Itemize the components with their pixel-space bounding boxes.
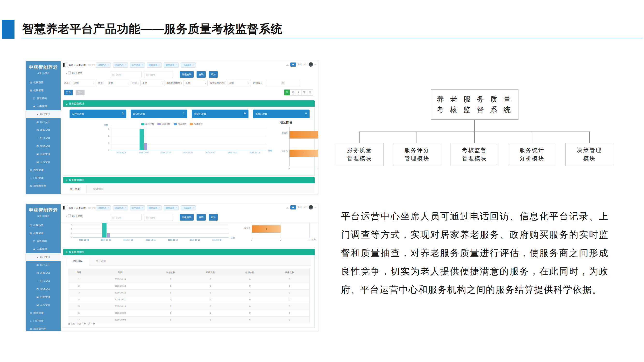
sidebar-item[interactable]: ◩ 报销记录 [26,142,60,150]
sidebar-item[interactable]: ◫ 养老机构 [26,237,60,245]
export-button[interactable]: 导出 [76,90,84,95]
tab-chip[interactable]: 话费信息× [96,62,111,67]
advanced-search-button[interactable]: 高级查询 [180,71,194,78]
department-tree-node[interactable]: ▸部门-总级 [66,71,82,75]
stat-card[interactable]: 发起总次数3 [70,110,126,118]
tree-caret-icon[interactable]: ▸ [66,72,67,74]
sidebar-item[interactable]: ◪ 工作安排 [26,301,60,309]
department-code-input[interactable] [144,214,173,221]
sidebar-item[interactable]: ⌂ 门户管理 [26,317,60,325]
chevron-down-icon[interactable]: ▾ [314,63,316,66]
filter-select-value[interactable]: 全部▾ [184,80,208,86]
summary-button[interactable]: 汇总 [64,90,73,95]
tab-chip[interactable]: 位置信息× [113,205,128,210]
sidebar-item[interactable]: ▤ 机构预警 [26,78,60,86]
department-tree-node[interactable]: ▸部门-总级 [66,214,82,218]
chip-close-icon[interactable]: × [142,207,143,209]
tab-chip[interactable]: 心率监测× [130,205,145,210]
tab-chip[interactable]: 门磁监测× [180,62,196,67]
legend-item[interactable]: 投诉次数 [174,123,186,126]
sidebar-item[interactable]: ▤ 机构预警 [26,221,60,229]
legend-item[interactable]: 发起次数 [141,123,154,126]
period-tab[interactable]: 季 [301,89,307,95]
tree-caret-icon[interactable]: ▸ [66,215,67,217]
avatar[interactable] [308,205,313,209]
advanced-search-button[interactable]: 高级查询 [180,214,194,221]
breadcrumb-item[interactable]: 首页 [68,206,75,210]
period-tab[interactable]: 年 [307,89,313,95]
tab[interactable]: 统计结果 [66,257,89,266]
filter-select[interactable]: 街道：全部▾ [98,80,130,86]
stat-card[interactable]: 投诉总次数0 [192,110,248,118]
sidebar-item[interactable]: ◨ 请假记录 [26,126,60,134]
sidebar-item[interactable]: ◉ 人事管理 [26,245,60,253]
chip-close-icon[interactable]: × [124,64,126,66]
add-button[interactable]: 添加 [209,214,218,221]
tab-chip[interactable]: 门磁监测× [180,205,196,210]
stat-card[interactable]: 报修总次数0 [253,110,310,118]
sidebar-item[interactable]: ◔ 打卡记录 [26,134,60,142]
chip-close-icon[interactable]: × [176,64,177,66]
tab[interactable]: 统计明细 [87,185,110,193]
search-button[interactable]: 查询 [196,71,206,78]
filter-select-value[interactable]: 全部▾ [140,80,164,86]
sidebar-item[interactable]: ◍ 服务商管理 [26,325,60,331]
filter-select[interactable]: 社区：全部▾ [132,80,164,86]
date-range-input[interactable]: 到 [265,80,301,86]
notification-badge[interactable] [290,62,296,67]
sidebar-item[interactable]: ● 部门管理 [26,253,60,261]
sidebar-item[interactable]: ▦ 机构管理 [26,86,60,94]
chip-close-icon[interactable]: × [124,207,126,209]
tab-chip[interactable]: 话费信息× [96,205,111,210]
chip-close-icon[interactable]: × [108,64,109,66]
tab-chip[interactable]: 睡眠监测× [147,62,162,67]
chevron-down-icon[interactable]: ▾ [314,206,316,209]
tab-chip[interactable]: 睡眠监测× [147,205,162,210]
chip-close-icon[interactable]: × [159,64,160,66]
period-tab[interactable]: 周 [290,89,296,95]
breadcrumb-item[interactable]: 首页 [68,63,75,67]
filter-select[interactable]: 服务机构类型：全部▾ [166,80,208,86]
period-tab[interactable]: 月 [296,89,301,95]
sidebar-item[interactable]: ▣ 合同管理 [26,293,60,301]
period-tab[interactable]: 日 [284,89,290,95]
breadcrumb-item[interactable]: 人事管理 [76,63,88,67]
tab-chip[interactable]: 位置信息× [113,62,128,67]
sidebar-toggle-icon[interactable] [63,63,66,67]
tab-chip[interactable]: 心率监测× [130,62,145,67]
notification-badge[interactable] [290,205,296,209]
sidebar-item[interactable]: ▣ 合同管理 [26,150,60,158]
filter-select[interactable]: 服务机构名称：全部▾ [210,80,251,86]
sidebar-item[interactable]: ◉ 人事管理 [26,102,60,110]
sidebar-item[interactable]: ● 部门管理 [26,110,60,118]
sidebar-item[interactable]: ◨ 请假记录 [26,269,60,277]
sidebar-item[interactable]: ◪ 工作安排 [26,158,60,166]
filter-select-value[interactable]: 全部▾ [72,80,96,86]
legend-item[interactable]: 回访次数 [158,123,170,126]
stat-card[interactable]: 回访总次数1 [131,110,188,118]
chip-close-icon[interactable]: × [192,207,194,209]
tab-chip[interactable]: 烟感监测× [164,205,179,210]
sidebar-item[interactable]: ▦ 机构管理 [26,229,60,237]
department-code-input[interactable] [144,71,173,78]
tree-checkbox[interactable] [68,71,71,74]
filter-select[interactable]: 区县：全部▾ [64,80,96,86]
sidebar-item[interactable]: ◔ 打卡记录 [26,277,60,285]
legend-item[interactable]: 报修次数 [190,123,202,126]
sidebar-toggle-icon[interactable] [63,206,66,209]
sidebar-item[interactable]: ⌂ 门户管理 [26,174,60,182]
add-button[interactable]: 添加 [209,71,218,78]
sidebar-item[interactable]: ◩ 报销记录 [26,285,60,293]
sidebar-item[interactable]: ▥ 商务管理 [26,166,60,174]
tab[interactable]: 统计结果 [63,185,87,193]
sidebar-item[interactable]: ◍ 服务商管理 [26,182,60,190]
sidebar-item[interactable]: ◫ 养老机构 [26,94,60,102]
chip-close-icon[interactable]: × [108,207,109,209]
avatar[interactable] [308,62,313,67]
filter-select-value[interactable]: 全部▾ [227,80,251,86]
tab[interactable]: 统计明细 [89,257,112,265]
chip-close-icon[interactable]: × [176,207,177,209]
sidebar-item[interactable]: ◧ 部门员工 [26,261,60,269]
search-button[interactable]: 查询 [196,214,206,221]
sidebar-item[interactable]: ◧ 部门员工 [26,118,60,126]
